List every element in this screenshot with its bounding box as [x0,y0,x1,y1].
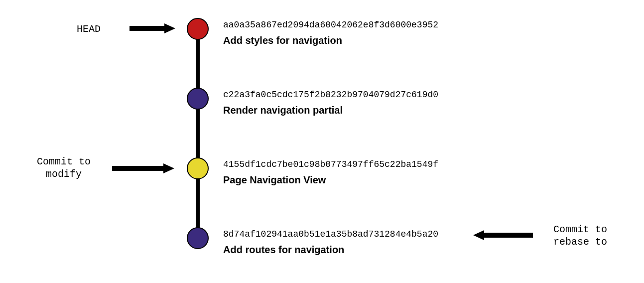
arrow-shaft [112,166,164,171]
git-commit-diagram: aa0a35a867ed2094da60042062e8f3d6000e3952… [0,0,644,283]
commit-message: Add styles for navigation [223,35,342,46]
commit-hash: 8d74af102941aa0b51e1a35b8ad731284e4b5a20 [223,229,438,239]
label-line: Commit to [553,224,607,235]
commit-node-rebase-target [187,227,209,249]
arrow-head-left-icon [473,230,484,240]
label-line: Commit to [37,156,91,167]
commit-message: Render navigation partial [223,105,343,116]
label-line: rebase to [553,236,607,248]
commit-node [187,88,209,110]
commit-node-to-modify [187,157,209,179]
commit-message: Add routes for navigation [223,244,344,256]
arrow-head-right-icon [163,163,174,173]
head-label: HEAD [77,23,101,35]
commit-node-head [187,18,209,40]
label-line: modify [46,168,82,180]
commit-to-rebase-label: Commit to rebase to [545,223,615,248]
commit-hash: c22a3fa0c5cdc175f2b8232b9704079d27c619d0 [223,90,438,100]
arrow-shaft [129,26,165,31]
commit-message: Page Navigation View [223,174,326,186]
commit-hash: 4155df1cdc7be01c98b0773497ff65c22ba1549f [223,159,438,169]
commit-hash: aa0a35a867ed2094da60042062e8f3d6000e3952 [223,20,438,30]
arrow-shaft [483,233,533,238]
commit-to-modify-label: Commit to modify [29,155,99,180]
arrow-head-right-icon [164,23,175,33]
